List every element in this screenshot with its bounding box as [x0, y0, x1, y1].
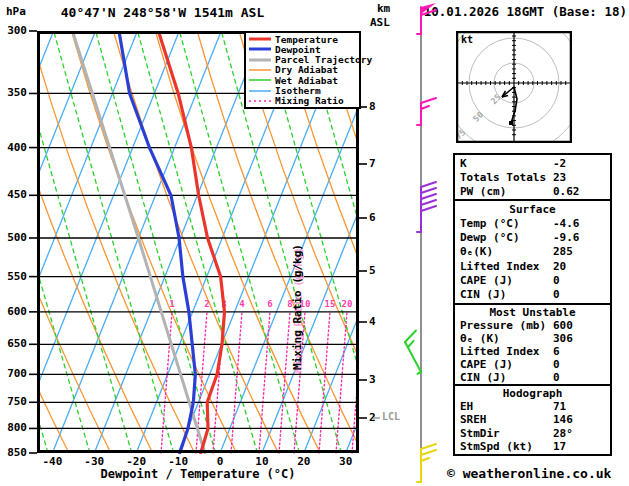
stats-row-value: 600 — [553, 319, 605, 332]
stats-row: Lifted Index6 — [460, 345, 605, 358]
stats-row-value: 0.62 — [553, 185, 605, 198]
stats-row-value: 146 — [553, 413, 605, 426]
legend-item-label: Mixing Ratio — [275, 95, 344, 106]
hodograph-ring-label: 25 — [489, 92, 503, 106]
isotherm-line — [37, 31, 96, 453]
mixing-ratio-value-label: 6 — [267, 299, 272, 309]
wind-barb — [417, 444, 436, 482]
stats-row-label: CAPE (J) — [460, 358, 553, 371]
stats-row-value: 71 — [553, 400, 605, 413]
wind-barb — [417, 182, 436, 232]
stats-row-label: Lifted Index — [460, 345, 553, 358]
stats-row: CAPE (J)0 — [460, 274, 605, 287]
legend-line-sample — [249, 45, 271, 53]
legend-item: Dry Adiabat — [246, 65, 359, 74]
stats-row-value: -2 — [553, 157, 605, 170]
stats-row: CIN (J)0 — [460, 371, 605, 384]
legend-item: Isotherm — [246, 86, 359, 95]
stats-row-label: StmSpd (kt) — [460, 440, 553, 453]
hodograph-ring-label: 50 — [471, 110, 485, 124]
hodograph-surface-dot — [509, 121, 513, 125]
mixing-ratio-value-label: 4 — [239, 299, 245, 309]
stats-row-value: 20 — [553, 260, 605, 273]
stats-row-value: 0 — [553, 274, 605, 287]
stats-row-value: -9.6 — [553, 231, 605, 244]
stats-row-label: EH — [460, 400, 553, 413]
stats-row: K-2 — [460, 157, 605, 170]
stats-row-label: CIN (J) — [460, 371, 553, 384]
stats-box-most-unstable-title: Most Unstable — [460, 306, 605, 319]
stats-row: StmDir28° — [460, 427, 605, 440]
stats-row-value: 28° — [553, 427, 605, 440]
wind-barb-feather — [421, 444, 436, 449]
stats-row-value: 0 — [553, 371, 605, 384]
wind-barb-feather — [421, 194, 436, 199]
wind-barb — [417, 98, 436, 125]
stats-row-value: 17 — [553, 440, 605, 453]
stats-row-label: SREH — [460, 413, 553, 426]
stats-row: StmSpd (kt)17 — [460, 440, 605, 453]
stats-row: CAPE (J)0 — [460, 358, 605, 371]
stats-row-label: CIN (J) — [460, 288, 553, 301]
stats-row-value: 6 — [553, 345, 605, 358]
mixing-ratio-value-label: 20 — [342, 299, 353, 309]
stats-row-value: 306 — [553, 332, 605, 345]
stats-row-label: CAPE (J) — [460, 274, 553, 287]
legend-line-sample — [249, 66, 271, 74]
wet-adiabat-line — [37, 31, 132, 453]
stats-row-value: -4.6 — [553, 217, 605, 230]
mixing-ratio-line — [231, 312, 242, 453]
stats-row: θₑ (K)306 — [460, 332, 605, 345]
stats-box-surface-title: Surface — [460, 203, 605, 216]
stats-row-value: 23 — [553, 171, 605, 184]
stats-row: θₑ(K)285 — [460, 245, 605, 258]
mixing-ratio-value-label: 2 — [204, 299, 209, 309]
legend-line-sample — [249, 35, 271, 43]
stats-row: Lifted Index20 — [460, 260, 605, 273]
stats-panel: K-2Totals Totals23PW (cm)0.62SurfaceTemp… — [453, 153, 612, 456]
legend-line-sample — [249, 97, 271, 105]
legend-line-sample — [249, 76, 271, 84]
mixing-ratio-value-label: 15 — [325, 299, 336, 309]
legend-line-sample — [249, 87, 271, 95]
wind-barb-feather — [421, 188, 436, 193]
stats-box-summary: K-2Totals Totals23PW (cm)0.62 — [453, 153, 612, 201]
stats-row-label: θₑ(K) — [460, 245, 553, 258]
stats-row-label: θₑ (K) — [460, 332, 553, 345]
wind-barb-feather — [403, 331, 419, 342]
stats-box-most-unstable: Most UnstablePressure (mb)600θₑ (K)306Li… — [453, 303, 612, 386]
mixing-ratio-line — [279, 312, 290, 453]
stats-row: SREH146 — [460, 413, 605, 426]
stats-row-value: 285 — [553, 245, 605, 258]
stats-row-value: 0 — [553, 358, 605, 371]
stats-row: Pressure (mb)600 — [460, 319, 605, 332]
stats-row-label: Dewp (°C) — [460, 231, 553, 244]
mixing-ratio-line — [336, 312, 347, 453]
legend-item: Temperature — [246, 35, 359, 44]
stats-box-hodograph: HodographEH71SREH146StmDir28°StmSpd (kt)… — [453, 384, 612, 456]
stats-row: Totals Totals23 — [460, 171, 605, 184]
stats-row: EH71 — [460, 400, 605, 413]
wind-barb-feather — [421, 450, 436, 455]
wind-barb-half-feather — [406, 341, 414, 347]
stats-box-surface: SurfaceTemp (°C)-4.6Dewp (°C)-9.6θₑ(K)28… — [453, 199, 612, 305]
stats-row: Dewp (°C)-9.6 — [460, 231, 605, 244]
legend: TemperatureDewpointParcel TrajectoryDry … — [244, 31, 361, 109]
hodograph-unit-label: kt — [461, 34, 473, 45]
stats-row: CIN (J)0 — [460, 288, 605, 301]
stats-row-label: Lifted Index — [460, 260, 553, 273]
mixing-ratio-value-label: 1 — [169, 299, 174, 309]
legend-item: Mixing Ratio — [246, 96, 359, 105]
legend-line-sample — [249, 56, 271, 64]
stats-row-label: K — [460, 157, 553, 170]
legend-item: Parcel Trajectory — [246, 55, 359, 64]
stats-row-label: Totals Totals — [460, 171, 553, 184]
hodograph: 255075 — [456, 31, 572, 143]
temperature-curve — [158, 31, 224, 453]
stats-row-value: 0 — [553, 288, 605, 301]
stats-row: Temp (°C)-4.6 — [460, 217, 605, 230]
legend-item: Dewpoint — [246, 45, 359, 54]
legend-item: Wet Adiabat — [246, 76, 359, 85]
wind-barb-feather — [421, 98, 436, 103]
stats-row-label: PW (cm) — [460, 185, 553, 198]
